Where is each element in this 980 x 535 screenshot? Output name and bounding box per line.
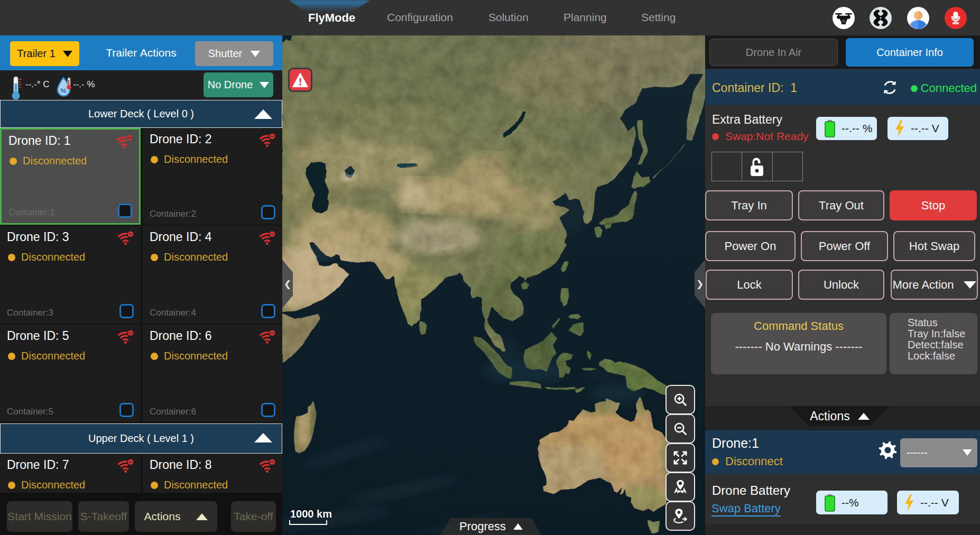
svg-text:%: %: [60, 87, 67, 95]
